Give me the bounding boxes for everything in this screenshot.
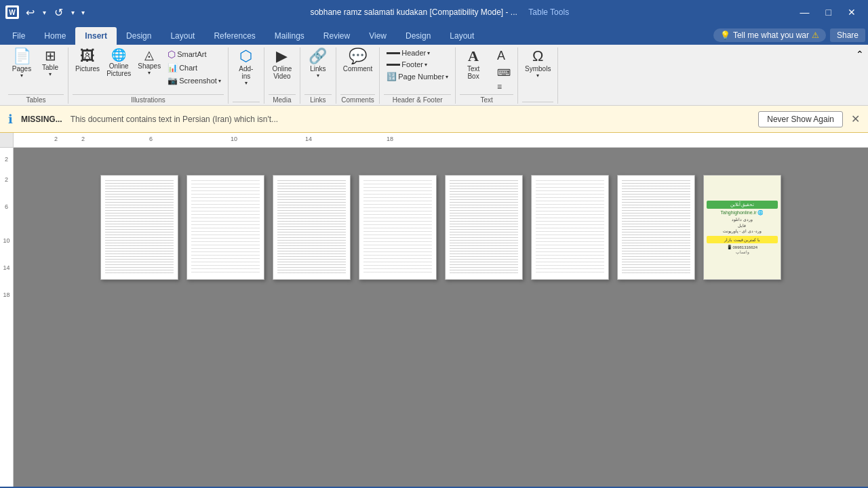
tab-table-design[interactable]: Design <box>396 27 440 45</box>
footer-icon <box>387 64 400 66</box>
footer-button[interactable]: Footer ▾ <box>384 59 451 70</box>
comments-buttons: 💬 Comment <box>340 47 375 93</box>
page-number-dropdown-arrow: ▾ <box>446 74 448 80</box>
page-thumbnail-1[interactable] <box>100 175 178 280</box>
info-close-button[interactable]: ✕ <box>851 113 860 125</box>
addins-group-label <box>233 102 260 104</box>
page-content-3 <box>277 180 346 275</box>
tab-home[interactable]: Home <box>35 27 75 45</box>
info-text: This document contains text in Persian (… <box>71 115 751 124</box>
page-thumbnail-8-ad[interactable]: تحقیق آنلاین Tahghighonline.ir 🌐 وردی دا… <box>703 175 781 280</box>
shapes-icon: ◬ <box>144 49 154 61</box>
tab-references[interactable]: References <box>204 27 264 45</box>
page-content-1 <box>105 180 174 275</box>
ribbon-group-addins: ⬡ Add- ins ▾ <box>229 47 264 104</box>
pictures-icon: 🖼 <box>80 49 95 64</box>
header-dropdown-arrow: ▾ <box>427 50 430 56</box>
page-thumbnails-row: تحقیق آنلاین Tahghighonline.ir 🌐 وردی دا… <box>100 175 781 280</box>
ribbon-tabs-right: 💡 Tell me what you war ⚠ Share <box>713 28 865 45</box>
info-bar: ℹ MISSING... This document contains text… <box>0 106 868 133</box>
text-box-icon: A <box>468 49 479 64</box>
header-footer-group-label: Header & Footer <box>384 94 451 104</box>
online-pictures-button[interactable]: 🌐 OnlinePictures <box>104 47 134 79</box>
page-number-button[interactable]: 🔢 Page Number ▾ <box>384 70 451 83</box>
redo-dropdown[interactable]: ▾ <box>70 7 76 18</box>
pictures-button[interactable]: 🖼 Pictures <box>73 47 102 74</box>
close-button[interactable]: ✕ <box>841 4 863 20</box>
text-extra-3[interactable]: ≡ <box>494 81 513 93</box>
minimize-button[interactable]: — <box>793 4 816 20</box>
comment-icon: 💬 <box>349 49 367 64</box>
tab-mailings[interactable]: Mailings <box>265 27 314 45</box>
tell-me-box[interactable]: 💡 Tell me what you war ⚠ <box>713 28 826 42</box>
symbols-button[interactable]: Ω Symbols ▾ <box>522 47 553 80</box>
tab-review[interactable]: Review <box>314 27 359 45</box>
online-pictures-icon: 🌐 <box>111 49 126 61</box>
quick-access-dropdown[interactable]: ▾ <box>80 7 86 18</box>
maximize-button[interactable]: □ <box>819 4 838 20</box>
page-thumbnail-4[interactable] <box>359 175 437 280</box>
share-button[interactable]: Share <box>830 28 865 42</box>
links-group-label: Links <box>304 94 332 104</box>
page-content-6 <box>536 180 604 275</box>
ribbon-group-tables: 📄 Pages ▾ ⊞ Table ▾ Tables <box>4 47 68 104</box>
page-thumbnail-3[interactable] <box>273 175 351 280</box>
page-number-icon: 🔢 <box>387 72 397 81</box>
ribbon-group-media: ▶ Online Video Media <box>264 47 300 104</box>
page-thumbnail-2[interactable] <box>186 175 264 280</box>
warning-icon: ⚠ <box>812 30 819 40</box>
tab-table-layout[interactable]: Layout <box>440 27 484 45</box>
shapes-button[interactable]: ◬ Shapes ▾ <box>135 47 163 77</box>
document-content-area: تحقیق آنلاین Tahghighonline.ir 🌐 وردی دا… <box>14 148 868 487</box>
ruler-corner <box>0 133 14 148</box>
never-show-button[interactable]: Never Show Again <box>758 111 843 127</box>
shapes-dropdown-arrow: ▾ <box>148 70 151 76</box>
links-buttons: 🔗 Links ▾ <box>304 47 332 93</box>
undo-dropdown[interactable]: ▾ <box>41 7 47 18</box>
comment-button[interactable]: 💬 Comment <box>340 47 375 74</box>
lightbulb-icon: 💡 <box>720 30 730 40</box>
ribbon-collapse-button[interactable]: ⌃ <box>856 49 864 60</box>
page-thumbnail-6[interactable] <box>531 175 609 280</box>
pages-button[interactable]: 📄 Pages ▾ <box>8 47 35 80</box>
tab-insert[interactable]: Insert <box>75 27 117 45</box>
chart-button[interactable]: 📊 Chart <box>165 62 224 74</box>
tables-buttons: 📄 Pages ▾ ⊞ Table ▾ <box>8 47 64 93</box>
vertical-ruler: 2 2 6 10 14 18 <box>0 148 14 487</box>
hf-col: Header ▾ Footer ▾ 🔢 Page Number ▾ <box>384 47 451 83</box>
screenshot-button[interactable]: 📷 Screenshot ▾ <box>165 75 224 87</box>
links-dropdown-arrow: ▾ <box>317 73 319 79</box>
tab-design[interactable]: Design <box>117 27 161 45</box>
tab-layout[interactable]: Layout <box>161 27 204 45</box>
table-dropdown-arrow: ▾ <box>49 71 52 77</box>
illustrations-buttons: 🖼 Pictures 🌐 OnlinePictures ◬ Shapes ▾ ⬡… <box>73 47 224 93</box>
pages-dropdown-arrow: ▾ <box>20 73 23 79</box>
smartart-chart-screenshot-col: ⬡ SmartArt 📊 Chart 📷 Screenshot ▾ <box>165 47 224 87</box>
text-extra-2[interactable]: ⌨ <box>494 66 513 79</box>
chart-icon: 📊 <box>167 63 178 73</box>
redo-button[interactable]: ↺ <box>52 5 66 20</box>
addins-button[interactable]: ⬡ Add- ins ▾ <box>233 47 260 87</box>
page-thumbnail-7[interactable] <box>617 175 695 280</box>
screenshot-icon: 📷 <box>167 76 178 85</box>
online-video-button[interactable]: ▶ Online Video <box>269 47 296 81</box>
ribbon-group-comments: 💬 Comment Comments <box>336 47 380 104</box>
page-content-5 <box>450 180 518 275</box>
links-button[interactable]: 🔗 Links ▾ <box>304 47 332 80</box>
text-box-button[interactable]: A Text Box <box>460 47 487 81</box>
table-button[interactable]: ⊞ Table ▾ <box>37 47 64 79</box>
tab-view[interactable]: View <box>359 27 396 45</box>
ad-price: با کمترین قیمت بازار <box>707 236 778 243</box>
horizontal-ruler: 2 2 6 10 14 18 <box>14 133 868 148</box>
links-icon: 🔗 <box>309 49 327 64</box>
smartart-button[interactable]: ⬡ SmartArt <box>165 47 224 61</box>
ribbon-tabs: File Home Insert Design Layout Reference… <box>0 24 868 45</box>
document-title: sobhane ramz salamati kudakan [Compatibi… <box>86 7 793 17</box>
illustrations-group-label: Illustrations <box>73 94 224 104</box>
header-button[interactable]: Header ▾ <box>384 47 451 58</box>
window-controls: — □ ✕ <box>793 4 863 20</box>
text-extra-1[interactable]: A <box>494 47 513 64</box>
undo-button[interactable]: ↩ <box>23 5 37 20</box>
page-thumbnail-5[interactable] <box>445 175 523 280</box>
tab-file[interactable]: File <box>3 27 35 45</box>
